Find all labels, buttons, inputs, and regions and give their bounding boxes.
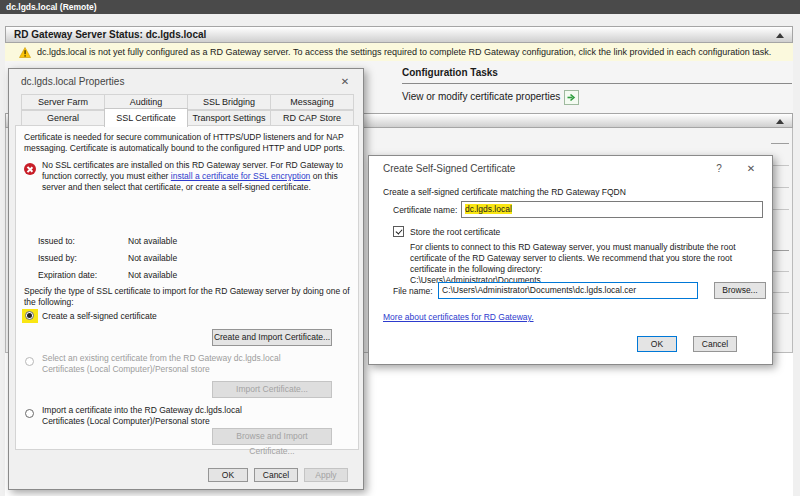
warning-icon: [19, 47, 31, 58]
specify-certificate-text: Specify the type of SSL certificate to i…: [24, 286, 358, 308]
certificate-name-value: dc.lgds.local: [465, 204, 512, 214]
more-about-certificates-link[interactable]: More about certificates for RD Gateway.: [383, 312, 534, 323]
status-warning-text: dc.lgds.local is not yet fully configure…: [37, 43, 771, 61]
configuration-tasks-title: Configuration Tasks: [402, 67, 498, 78]
create-self-signed-certificate-dialog: Create Self-Signed Certificate ? ✕ Creat…: [368, 155, 773, 365]
certificate-name-label: Certificate name:: [393, 205, 457, 216]
radio-create-self-signed-label: Create a self-signed certificate: [42, 311, 157, 322]
browse-and-import-certificate-button: Browse and Import Certificate...: [212, 428, 332, 445]
list-row-divider: [771, 187, 789, 188]
properties-dialog-title: dc.lgds.local Properties: [21, 76, 124, 87]
radio-import-certificate[interactable]: [25, 409, 34, 418]
go-arrow-icon[interactable]: [564, 90, 579, 105]
create-dialog-subtitle: Create a self-signed certificate matchin…: [383, 187, 763, 198]
certificate-intro-text: Certificate is needed for secure communi…: [24, 132, 354, 154]
tab-transport-settings[interactable]: Transport Settings: [187, 110, 271, 126]
list-row-divider: [771, 313, 789, 314]
file-name-label: File name:: [393, 286, 433, 297]
create-and-import-certificate-button[interactable]: Create and Import Certificate...: [212, 329, 332, 346]
window-title: dc.lgds.local (Remote): [6, 2, 97, 12]
list-row-divider: [771, 292, 789, 293]
tab-general[interactable]: General: [21, 110, 105, 126]
store-root-description-text: For clients to connect to this RD Gatewa…: [410, 242, 736, 274]
tab-server-farm[interactable]: Server Farm: [21, 94, 105, 110]
certificate-name-input[interactable]: dc.lgds.local: [461, 201, 763, 218]
file-name-input[interactable]: C:\Users\Administrator\Documents\dc.lgds…: [438, 282, 698, 299]
properties-dialog: dc.lgds.local Properties ✕ Server Farm A…: [8, 68, 364, 490]
configuration-tasks-divider: [402, 83, 792, 84]
radio-select-existing: [25, 357, 34, 366]
create-dialog-title: Create Self-Signed Certificate: [383, 163, 515, 174]
cancel-button[interactable]: Cancel: [693, 336, 737, 352]
task-label: View or modify certificate properties: [402, 91, 560, 102]
radio-create-self-signed[interactable]: [25, 311, 34, 320]
status-warning-bar: dc.lgds.local is not yet fully configure…: [5, 43, 793, 61]
issued-to-value: Not available: [128, 236, 177, 247]
status-header-text: RD Gateway Server Status: dc.lgds.local: [14, 29, 206, 40]
list-row-divider: [771, 143, 789, 144]
store-root-certificate-checkbox[interactable]: [393, 226, 404, 237]
status-section-header[interactable]: RD Gateway Server Status: dc.lgds.local: [5, 26, 793, 43]
error-icon: [24, 163, 36, 175]
collapse-icon-2[interactable]: [776, 119, 784, 124]
install-certificate-link[interactable]: install a certificate for SSL encryption: [171, 171, 311, 181]
tab-messaging[interactable]: Messaging: [270, 94, 354, 110]
ok-button[interactable]: OK: [637, 336, 677, 352]
help-icon[interactable]: ?: [711, 161, 727, 177]
browse-button[interactable]: Browse...: [714, 282, 766, 299]
ok-button[interactable]: OK: [208, 468, 248, 482]
tab-rd-cap-store[interactable]: RD CAP Store: [270, 110, 354, 126]
remote-desktop-screen: dc.lgds.local (Remote) RD Gateway Server…: [0, 0, 800, 496]
task-view-certificate-properties[interactable]: View or modify certificate properties: [402, 90, 579, 105]
list-row-divider: [771, 209, 789, 210]
list-row-divider: [771, 271, 789, 272]
window-titlebar[interactable]: dc.lgds.local (Remote): [0, 0, 800, 14]
no-certificate-error-text: No SSL certificates are installed on thi…: [42, 160, 354, 193]
tab-ssl-bridging[interactable]: SSL Bridging: [187, 94, 271, 110]
issued-by-label: Issued by:: [38, 253, 77, 264]
close-icon[interactable]: ✕: [743, 161, 759, 177]
ssl-certificate-tab-page: Certificate is needed for secure communi…: [15, 125, 359, 450]
radio-select-existing-label: Select an existing certificate from the …: [42, 353, 286, 375]
store-root-certificate-label: Store the root certificate: [410, 227, 500, 238]
apply-button: Apply: [304, 468, 348, 482]
close-icon[interactable]: ✕: [337, 74, 353, 90]
import-certificate-button: Import Certificate...: [212, 381, 332, 398]
issued-to-label: Issued to:: [38, 236, 75, 247]
tab-ssl-certificate[interactable]: SSL Certificate: [104, 108, 188, 127]
list-row-divider: [771, 250, 789, 251]
list-row-divider: [771, 165, 789, 166]
issued-by-value: Not available: [128, 253, 177, 264]
expiration-date-label: Expiration date:: [38, 270, 97, 281]
file-name-value: C:\Users\Administrator\Documents\dc.lgds…: [442, 285, 636, 295]
cancel-button[interactable]: Cancel: [254, 468, 298, 482]
collapse-icon[interactable]: [776, 33, 784, 38]
radio-import-certificate-label: Import a certificate into the RD Gateway…: [42, 405, 286, 427]
store-root-description: For clients to connect to this RD Gatewa…: [410, 242, 762, 286]
expiration-date-value: Not available: [128, 270, 177, 281]
